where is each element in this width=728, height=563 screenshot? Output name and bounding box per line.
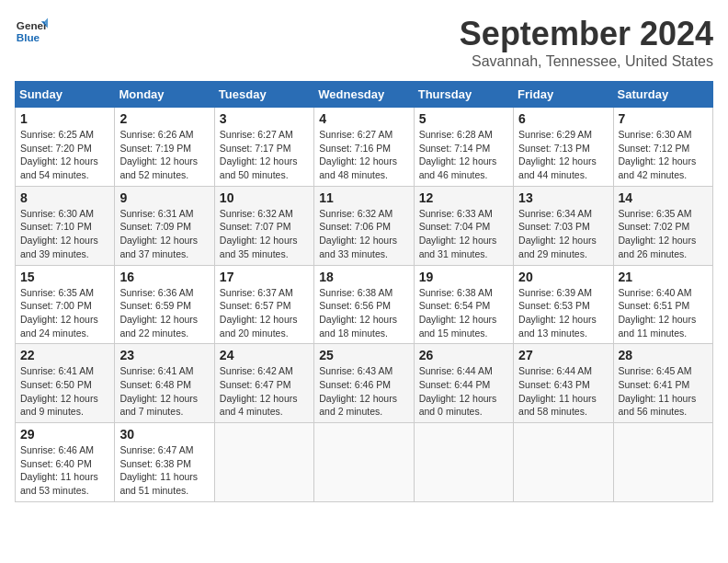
day-info: Sunrise: 6:35 AMSunset: 7:00 PMDaylight:… [20,286,109,340]
day-info: Sunrise: 6:36 AMSunset: 6:59 PMDaylight:… [119,286,209,340]
day-number: 23 [119,348,209,362]
calendar-cell [414,423,513,502]
day-number: 10 [220,190,309,205]
day-info: Sunrise: 6:42 AMSunset: 6:47 PMDaylight:… [220,364,309,419]
day-number: 18 [319,270,408,284]
page-header: General Blue September 2024 Savannah, Te… [15,15,713,70]
calendar-cell: 27Sunrise: 6:44 AMSunset: 6:43 PMDayligh… [514,344,613,423]
calendar-cell: 3Sunrise: 6:27 AMSunset: 7:17 PMDaylight… [214,108,313,187]
day-number: 21 [619,270,708,284]
day-info: Sunrise: 6:31 AMSunset: 7:09 PMDaylight:… [119,207,209,261]
calendar-cell: 9Sunrise: 6:31 AMSunset: 7:09 PMDaylight… [115,186,214,265]
day-header-friday: Friday [514,82,613,108]
day-info: Sunrise: 6:34 AMSunset: 7:03 PMDaylight:… [518,207,608,261]
calendar-cell: 7Sunrise: 6:30 AMSunset: 7:12 PMDaylight… [613,108,712,187]
calendar-cell: 1Sunrise: 6:25 AMSunset: 7:20 PMDaylight… [16,108,115,187]
day-header-tuesday: Tuesday [214,82,313,108]
calendar-cell: 13Sunrise: 6:34 AMSunset: 7:03 PMDayligh… [514,186,613,265]
day-number: 22 [20,348,109,362]
day-number: 2 [119,111,209,126]
day-number: 24 [220,348,309,362]
day-info: Sunrise: 6:38 AMSunset: 6:56 PMDaylight:… [319,286,408,340]
calendar-cell: 11Sunrise: 6:32 AMSunset: 7:06 PMDayligh… [314,186,414,265]
day-info: Sunrise: 6:43 AMSunset: 6:46 PMDaylight:… [319,364,408,419]
svg-text:Blue: Blue [17,31,40,43]
day-header-monday: Monday [115,82,214,108]
day-info: Sunrise: 6:45 AMSunset: 6:41 PMDaylight:… [619,364,708,419]
calendar-cell: 29Sunrise: 6:46 AMSunset: 6:40 PMDayligh… [16,423,115,502]
calendar-week-row: 15Sunrise: 6:35 AMSunset: 7:00 PMDayligh… [16,265,713,344]
day-number: 7 [619,111,708,126]
day-info: Sunrise: 6:39 AMSunset: 6:53 PMDaylight:… [518,286,608,340]
day-info: Sunrise: 6:44 AMSunset: 6:43 PMDaylight:… [518,364,608,419]
day-number: 26 [419,348,508,362]
day-info: Sunrise: 6:32 AMSunset: 7:06 PMDaylight:… [319,207,408,261]
calendar-cell: 19Sunrise: 6:38 AMSunset: 6:54 PMDayligh… [414,265,513,344]
calendar-cell: 15Sunrise: 6:35 AMSunset: 7:00 PMDayligh… [16,265,115,344]
day-info: Sunrise: 6:28 AMSunset: 7:14 PMDaylight:… [419,128,508,182]
day-info: Sunrise: 6:27 AMSunset: 7:17 PMDaylight:… [220,128,309,182]
calendar-cell: 14Sunrise: 6:35 AMSunset: 7:02 PMDayligh… [613,186,712,265]
calendar-body: 1Sunrise: 6:25 AMSunset: 7:20 PMDaylight… [16,108,713,502]
calendar-cell [613,423,712,502]
day-info: Sunrise: 6:41 AMSunset: 6:48 PMDaylight:… [119,364,209,419]
calendar-cell: 30Sunrise: 6:47 AMSunset: 6:38 PMDayligh… [115,423,214,502]
calendar-week-row: 29Sunrise: 6:46 AMSunset: 6:40 PMDayligh… [16,423,713,502]
day-number: 1 [20,111,109,126]
day-info: Sunrise: 6:32 AMSunset: 7:07 PMDaylight:… [220,207,309,261]
calendar-cell: 25Sunrise: 6:43 AMSunset: 6:46 PMDayligh… [314,344,414,423]
day-number: 17 [220,270,309,284]
day-number: 19 [419,270,508,284]
day-info: Sunrise: 6:25 AMSunset: 7:20 PMDaylight:… [20,128,109,182]
calendar-cell [514,423,613,502]
day-info: Sunrise: 6:29 AMSunset: 7:13 PMDaylight:… [518,128,608,182]
calendar-week-row: 22Sunrise: 6:41 AMSunset: 6:50 PMDayligh… [16,344,713,423]
day-info: Sunrise: 6:44 AMSunset: 6:44 PMDaylight:… [419,364,508,419]
logo: General Blue [15,15,48,48]
calendar-cell: 28Sunrise: 6:45 AMSunset: 6:41 PMDayligh… [613,344,712,423]
calendar-cell: 21Sunrise: 6:40 AMSunset: 6:51 PMDayligh… [613,265,712,344]
logo-icon: General Blue [15,15,48,48]
day-info: Sunrise: 6:27 AMSunset: 7:16 PMDaylight:… [319,128,408,182]
day-number: 6 [518,111,608,126]
day-header-thursday: Thursday [414,82,513,108]
day-number: 16 [119,270,209,284]
day-info: Sunrise: 6:35 AMSunset: 7:02 PMDaylight:… [619,207,708,261]
day-number: 30 [119,427,209,442]
calendar-cell: 6Sunrise: 6:29 AMSunset: 7:13 PMDaylight… [514,108,613,187]
calendar-header-row: SundayMondayTuesdayWednesdayThursdayFrid… [16,82,713,108]
day-number: 3 [220,111,309,126]
day-info: Sunrise: 6:26 AMSunset: 7:19 PMDaylight:… [119,128,209,182]
day-number: 12 [419,190,508,205]
day-number: 13 [518,190,608,205]
subtitle: Savannah, Tennessee, United States [460,53,713,70]
calendar-cell: 8Sunrise: 6:30 AMSunset: 7:10 PMDaylight… [16,186,115,265]
day-number: 15 [20,270,109,284]
day-info: Sunrise: 6:37 AMSunset: 6:57 PMDaylight:… [220,286,309,340]
main-title: September 2024 [460,15,713,53]
day-info: Sunrise: 6:30 AMSunset: 7:10 PMDaylight:… [20,207,109,261]
calendar-cell: 18Sunrise: 6:38 AMSunset: 6:56 PMDayligh… [314,265,414,344]
day-number: 25 [319,348,408,362]
day-info: Sunrise: 6:47 AMSunset: 6:38 PMDaylight:… [119,443,209,498]
calendar-cell [314,423,414,502]
day-number: 9 [119,190,209,205]
calendar-cell: 10Sunrise: 6:32 AMSunset: 7:07 PMDayligh… [214,186,313,265]
day-info: Sunrise: 6:33 AMSunset: 7:04 PMDaylight:… [419,207,508,261]
day-header-wednesday: Wednesday [314,82,414,108]
calendar-cell: 5Sunrise: 6:28 AMSunset: 7:14 PMDaylight… [414,108,513,187]
calendar-cell: 20Sunrise: 6:39 AMSunset: 6:53 PMDayligh… [514,265,613,344]
day-header-saturday: Saturday [613,82,712,108]
calendar-cell: 12Sunrise: 6:33 AMSunset: 7:04 PMDayligh… [414,186,513,265]
day-info: Sunrise: 6:41 AMSunset: 6:50 PMDaylight:… [20,364,109,419]
calendar-cell: 22Sunrise: 6:41 AMSunset: 6:50 PMDayligh… [16,344,115,423]
calendar-table: SundayMondayTuesdayWednesdayThursdayFrid… [15,81,713,502]
day-number: 20 [518,270,608,284]
day-number: 29 [20,427,109,442]
day-number: 11 [319,190,408,205]
calendar-cell: 2Sunrise: 6:26 AMSunset: 7:19 PMDaylight… [115,108,214,187]
day-number: 5 [419,111,508,126]
day-number: 14 [619,190,708,205]
calendar-cell: 16Sunrise: 6:36 AMSunset: 6:59 PMDayligh… [115,265,214,344]
title-block: September 2024 Savannah, Tennessee, Unit… [460,15,713,70]
